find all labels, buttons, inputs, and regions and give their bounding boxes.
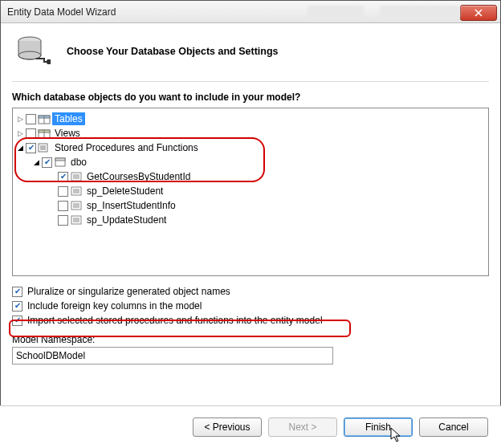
- question-label: Which database objects do you want to in…: [12, 92, 489, 103]
- collapse-caret-icon[interactable]: ◢: [16, 144, 24, 152]
- namespace-label: Model Namespace:: [12, 334, 489, 345]
- wizard-header: Choose Your Database Objects and Setting…: [12, 31, 489, 82]
- sproc-icon: [70, 200, 83, 211]
- svg-rect-15: [55, 158, 65, 161]
- checkbox[interactable]: [26, 128, 36, 139]
- checkbox[interactable]: ✔: [12, 301, 22, 312]
- titlebar-ghost: [380, 6, 460, 18]
- options-group: ✔ Pluralize or singularize generated obj…: [12, 286, 489, 365]
- finish-button[interactable]: Finish: [344, 417, 413, 437]
- checkbox[interactable]: ✔: [42, 157, 52, 168]
- tree-node-sprocs[interactable]: ◢ ✔ Stored Procedures and Functions: [16, 141, 485, 155]
- option-import-sprocs[interactable]: ✔ Import selected stored procedures and …: [12, 315, 489, 326]
- window-title: Entity Data Model Wizard: [7, 6, 291, 18]
- checkbox[interactable]: ✔: [12, 316, 22, 326]
- sproc-icon: [70, 185, 83, 197]
- checkbox[interactable]: [58, 215, 68, 226]
- option-label: Include foreign key columns in the model: [27, 300, 202, 312]
- tree-node-dbo[interactable]: ◢ ✔ dbo: [16, 155, 485, 169]
- checkbox[interactable]: [26, 114, 36, 124]
- tree-label: sp_InsertStudentInfo: [84, 199, 178, 212]
- namespace-input[interactable]: [12, 347, 333, 365]
- titlebar-ghost: [308, 6, 364, 18]
- tree-node-sproc-item[interactable]: sp_UpdateStudent: [16, 213, 485, 227]
- folder-views-icon: [38, 128, 51, 139]
- schema-icon: [54, 157, 67, 168]
- checkbox[interactable]: ✔: [26, 143, 36, 153]
- tree-node-sproc-item[interactable]: ✔ GetCoursesByStudentId: [16, 169, 485, 184]
- titlebar: Entity Data Model Wizard: [1, 1, 500, 23]
- folder-sprocs-icon: [38, 142, 51, 153]
- tree-node-sproc-item[interactable]: sp_InsertStudentInfo: [16, 198, 485, 213]
- window-close-button[interactable]: [460, 5, 497, 21]
- tree-node-views[interactable]: ▷ Views: [16, 126, 485, 141]
- previous-button[interactable]: < Previous: [193, 417, 262, 437]
- option-foreign-keys[interactable]: ✔ Include foreign key columns in the mod…: [12, 300, 489, 312]
- next-button: Next >: [268, 417, 337, 437]
- collapse-caret-icon[interactable]: ◢: [32, 158, 40, 166]
- cancel-button[interactable]: Cancel: [419, 417, 488, 437]
- tree-label: dbo: [68, 156, 89, 169]
- checkbox[interactable]: [58, 201, 68, 211]
- wizard-footer: < Previous Next > Finish Cancel: [0, 405, 501, 448]
- tree-node-tables[interactable]: ▷ Tables: [16, 112, 485, 126]
- option-label: Pluralize or singularize generated objec…: [27, 286, 230, 297]
- tree-label: GetCoursesByStudentId: [84, 170, 193, 183]
- tree-label: Views: [52, 127, 83, 140]
- folder-tables-icon: [38, 113, 51, 124]
- checkbox[interactable]: [58, 186, 68, 197]
- checkbox[interactable]: ✔: [12, 287, 22, 297]
- close-icon: [475, 9, 483, 17]
- tree-label: Stored Procedures and Functions: [52, 141, 201, 154]
- tree-label: Tables: [52, 112, 85, 125]
- wizard-body: Choose Your Database Objects and Setting…: [1, 23, 500, 365]
- checkbox[interactable]: ✔: [58, 172, 68, 182]
- tree-node-sproc-item[interactable]: sp_DeleteStudent: [16, 184, 485, 198]
- tree-label: sp_DeleteStudent: [84, 185, 165, 198]
- sproc-icon: [70, 214, 83, 226]
- option-label: Import selected stored procedures and fu…: [27, 315, 323, 326]
- expand-caret-icon[interactable]: ▷: [16, 129, 24, 137]
- object-tree[interactable]: ▷ Tables ▷ Views ◢ ✔ Stored Procedures a…: [12, 108, 489, 276]
- database-icon: [15, 33, 52, 70]
- sproc-icon: [70, 171, 83, 182]
- expand-caret-icon[interactable]: ▷: [16, 115, 24, 123]
- option-pluralize[interactable]: ✔ Pluralize or singularize generated obj…: [12, 286, 489, 297]
- wizard-step-title: Choose Your Database Objects and Setting…: [67, 46, 279, 57]
- svg-rect-3: [47, 60, 48, 63]
- tree-label: sp_UpdateStudent: [84, 214, 169, 226]
